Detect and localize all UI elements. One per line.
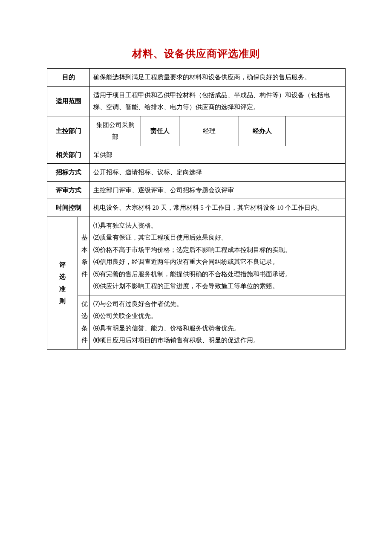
value-responsible: 经理 (179, 116, 239, 146)
value-bid-mode: 公开招标、邀请招标、议标、定向选择 (90, 164, 346, 182)
preferred-label-text: 优选条件 (81, 298, 86, 347)
row-bid-mode: 招标方式 公开招标、邀请招标、议标、定向选择 (47, 164, 346, 182)
basic-item: ⑸有完善的售后服务机制，能提供明确的不合格处理措施和书面承诺。 (93, 268, 342, 280)
row-time: 时间控制 机电设备、大宗材料 20 天，常用材料 5 个工作日，其它材料设备 1… (47, 199, 346, 217)
label-bid-mode: 招标方式 (47, 164, 90, 182)
label-handler: 经办人 (239, 116, 286, 146)
label-basic: 基本条件 (78, 217, 90, 295)
value-handler (286, 116, 346, 146)
row-purpose: 目的 确保能选择到满足工程质量要求的材料和设备供应商，确保良好的售后服务。 (47, 69, 346, 87)
label-responsible: 责任人 (141, 116, 179, 146)
row-preferred-criteria: 优选条件 ⑺与公司有过良好合作者优先。 ⑻公司关联企业优先。 ⑼具有明显的信誉、… (47, 295, 346, 349)
preferred-items: ⑺与公司有过良好合作者优先。 ⑻公司关联企业优先。 ⑼具有明显的信誉、能力、价格… (90, 295, 346, 349)
value-purpose: 确保能选择到满足工程质量要求的材料和设备供应商，确保良好的售后服务。 (90, 69, 346, 87)
value-review: 主控部门评审、逐级评审、公司招标专题会议评审 (90, 181, 346, 199)
page-title: 材料、设备供应商评选准则 (47, 47, 345, 61)
label-main-dept: 主控部门 (47, 116, 90, 146)
row-basic-criteria: 评选准则 基本条件 ⑴具有独立法人资格。 ⑵质量有保证，其它工程项目使用后效果良… (47, 217, 346, 295)
basic-item: ⑶价格不高于市场平均价格；选定后不影响工程成本控制目标的实现。 (93, 244, 342, 256)
basic-item: ⑹供应计划不影响工程的正常进度，不会导致施工等单位的索赔。 (93, 280, 342, 292)
label-scope: 适用范围 (47, 86, 90, 116)
basic-item: ⑵质量有保证，其它工程项目使用后效果良好。 (93, 231, 342, 244)
row-main-dept: 主控部门 集团公司采购部 责任人 经理 经办人 (47, 116, 346, 146)
preferred-item: ⑺与公司有过良好合作者优先。 (93, 298, 342, 310)
value-main-dept: 集团公司采购部 (90, 116, 141, 146)
basic-items: ⑴具有独立法人资格。 ⑵质量有保证，其它工程项目使用后效果良好。 ⑶价格不高于市… (90, 217, 346, 295)
preferred-item: ⑼具有明显的信誉、能力、价格和服务优势者优先。 (93, 322, 342, 335)
basic-item: ⑴具有独立法人资格。 (93, 220, 342, 232)
label-purpose: 目的 (47, 69, 90, 87)
label-preferred: 优选条件 (78, 295, 90, 349)
basic-label-text: 基本条件 (81, 231, 86, 280)
basic-item: ⑷信用良好，经调查近两年内没有重大合同纠纷或其它不良记录。 (93, 256, 342, 268)
criteria-label-text: 评选准则 (51, 259, 74, 307)
value-scope: 适用于项目工程甲供和乙供甲控材料（包括成品、半成品、构件等）和设备（包括电梯、空… (90, 86, 346, 116)
row-rel-dept: 相关部门 采供部 (47, 146, 346, 164)
value-time: 机电设备、大宗材料 20 天，常用材料 5 个工作日，其它材料设备 10 个工作… (90, 199, 346, 217)
label-criteria: 评选准则 (47, 217, 78, 349)
preferred-item: ⑻公司关联企业优先。 (93, 310, 342, 322)
preferred-item: ⑽项目应用后对项目的市场销售有积极、明显的促进作用。 (93, 334, 342, 347)
label-review: 评审方式 (47, 181, 90, 199)
label-rel-dept: 相关部门 (47, 146, 90, 164)
row-review: 评审方式 主控部门评审、逐级评审、公司招标专题会议评审 (47, 181, 346, 199)
label-time: 时间控制 (47, 199, 90, 217)
document-page: 材料、设备供应商评选准则 目的 确保能选择到满足工程质量要求的材料和设备供应商，… (0, 0, 392, 555)
value-rel-dept: 采供部 (90, 146, 346, 164)
criteria-table: 目的 确保能选择到满足工程质量要求的材料和设备供应商，确保良好的售后服务。 适用… (47, 68, 346, 350)
row-scope: 适用范围 适用于项目工程甲供和乙供甲控材料（包括成品、半成品、构件等）和设备（包… (47, 86, 346, 116)
